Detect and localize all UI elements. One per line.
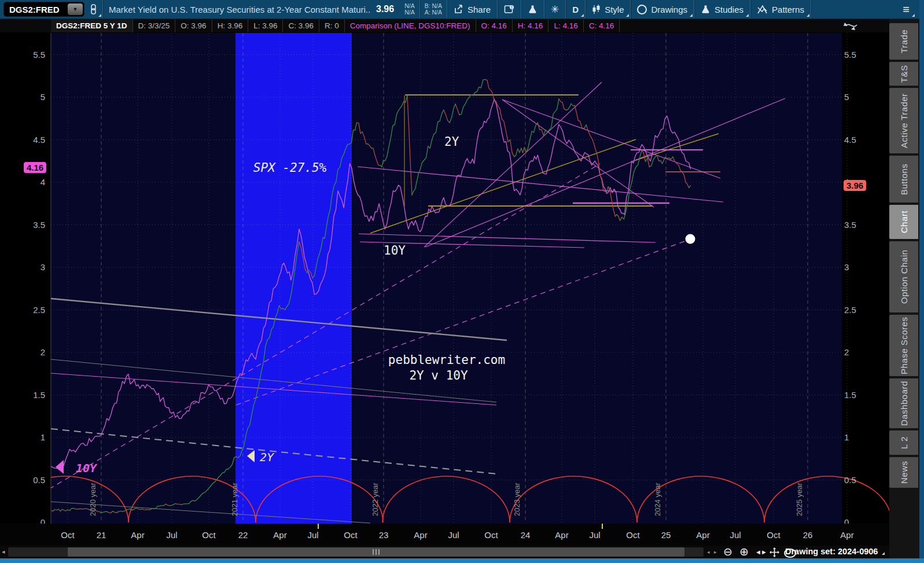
sidebar-tab-news[interactable]: News bbox=[889, 457, 918, 488]
style-button[interactable]: Style bbox=[586, 0, 630, 19]
year-label: 2022 year bbox=[371, 483, 380, 516]
y-axis-label: 1 bbox=[3, 432, 45, 442]
sidebar-tab-buttons[interactable]: Buttons bbox=[889, 156, 918, 203]
y-axis-label: 2.5 bbox=[844, 305, 856, 315]
dropdown-corner bbox=[882, 552, 885, 555]
chart-annotation: 10Y bbox=[76, 461, 98, 475]
thinkorswim-window: DGS2:FRED ▼ Market Yield on U.S. Treasur… bbox=[0, 0, 924, 563]
timeframe-button[interactable]: D bbox=[566, 0, 585, 19]
bid-ask-stack: B: N/AA: N/A bbox=[420, 3, 447, 16]
chart-scrollbar-handle[interactable] bbox=[68, 547, 684, 557]
y-axis-label: 5 bbox=[3, 92, 45, 102]
y-axis-label: 4.5 bbox=[3, 135, 45, 145]
ellipse-icon bbox=[637, 5, 647, 14]
x-axis-label: Oct bbox=[617, 530, 649, 540]
y-axis-label: 1.5 bbox=[844, 390, 856, 400]
ohlc-field: D: 3/3/25 bbox=[133, 19, 176, 32]
sidebar-tab-trade[interactable]: Trade bbox=[889, 23, 918, 60]
sidebar-tab-dashboard[interactable]: Dashboard bbox=[889, 378, 918, 428]
zoom-out-icon[interactable]: ⊖ bbox=[723, 546, 732, 558]
sidebar-tab-option-chain[interactable]: Option Chain bbox=[889, 241, 918, 312]
chart-annotation: 10Y bbox=[384, 244, 406, 257]
chart-annotation: SPX -27.5% bbox=[253, 161, 327, 175]
y-axis-label: 2.5 bbox=[3, 305, 45, 315]
sidebar-tab-t-s[interactable]: T&S bbox=[889, 62, 918, 86]
x-axis-label: Jul bbox=[156, 530, 188, 540]
dropdown-corner bbox=[98, 14, 101, 17]
x-axis-label: Apr bbox=[264, 530, 296, 540]
year-label: 2025 year bbox=[795, 483, 804, 516]
x-axis-label: 26 bbox=[792, 530, 824, 540]
time-axis[interactable]: Oct21AprJulOct22AprJulOct23AprJulOct24Ap… bbox=[0, 524, 889, 546]
chart-status-bar: ◂ ◂ ▸ ⊖ ⊕ ◄► Drawing set: 2024-0906 bbox=[0, 546, 924, 558]
y-axis-label: 3.5 bbox=[844, 220, 856, 230]
sidebar-tab-phase-scores[interactable]: Phase Scores bbox=[889, 315, 918, 376]
comparison-ohlc-field: C: 4.16 bbox=[584, 19, 620, 32]
chart-annotation: 2Y bbox=[260, 450, 275, 464]
instrument-title: Market Yield on U.S. Treasury Securities… bbox=[103, 5, 370, 14]
studies-button[interactable]: Studies bbox=[694, 0, 750, 19]
y-axis-label: 2 bbox=[844, 347, 849, 357]
x-axis-label: Apr bbox=[546, 530, 578, 540]
zoom-in-icon[interactable]: ⊕ bbox=[739, 546, 749, 558]
dropdown-corner bbox=[807, 14, 809, 17]
nudge-left-icon[interactable]: ◂ bbox=[707, 549, 710, 555]
x-axis-label: Jul bbox=[579, 530, 611, 540]
ohlc-field: H: 3.96 bbox=[212, 19, 249, 32]
comparison-ohlc-field: H: 4.16 bbox=[513, 19, 549, 32]
events-button[interactable]: ! bbox=[498, 0, 521, 19]
sidebar-tab-chart[interactable]: Chart bbox=[889, 205, 918, 239]
comparison-ohlc-field: O: 4.16 bbox=[476, 19, 513, 32]
scroll-left-icon[interactable]: ◂ bbox=[2, 548, 5, 555]
symbol-input[interactable]: DGS2:FRED ▼ bbox=[3, 2, 84, 17]
chart-menu-button[interactable]: ≡ bbox=[896, 0, 916, 19]
x-axis-label: 22 bbox=[227, 530, 259, 540]
chevron-down-icon: ▼ bbox=[73, 6, 78, 12]
comparison-price-badge: 4.16 bbox=[24, 162, 46, 173]
cursor-swap-icon[interactable] bbox=[842, 20, 860, 36]
window-border-bottom bbox=[0, 558, 924, 563]
symbol-value: DGS2:FRED bbox=[4, 5, 68, 14]
share-icon bbox=[454, 5, 463, 14]
symbol-dropdown-button[interactable]: ▼ bbox=[68, 3, 83, 15]
x-axis-label: Oct bbox=[51, 530, 84, 540]
chart-annotation: pebblewriter.com bbox=[388, 353, 505, 367]
x-axis-label: 23 bbox=[367, 530, 400, 540]
drawing-set-button[interactable]: Drawing set: 2024-0906 bbox=[785, 547, 878, 556]
x-axis-label: Jul bbox=[719, 530, 752, 540]
year-label: 2020 year bbox=[89, 483, 97, 516]
patterns-icon bbox=[757, 5, 768, 14]
y-axis-label: 3 bbox=[3, 262, 45, 272]
nudge-right-icon[interactable]: ▸ bbox=[714, 549, 717, 555]
year-label: 2021 year bbox=[230, 483, 239, 516]
pan-horizontal-icon[interactable]: ◄► bbox=[755, 546, 767, 558]
x-axis-label: Oct bbox=[334, 530, 367, 540]
chart-scrollbar-track[interactable] bbox=[8, 547, 704, 557]
ohlc-field: C: 3.96 bbox=[283, 19, 319, 32]
link-button[interactable] bbox=[84, 0, 102, 19]
toolbar-separator bbox=[811, 0, 811, 19]
drawings-button[interactable]: Drawings bbox=[631, 0, 694, 19]
chart-canvas[interactable]: SPX -27.5%2Y10Ypebblewriter.com2Y v 10Y1… bbox=[0, 0, 924, 563]
chart-symbol-info[interactable]: DGS2:FRED 5 Y 1D bbox=[51, 19, 133, 32]
y-axis-label: 4 bbox=[3, 177, 45, 187]
x-axis-label: Jul bbox=[437, 530, 470, 540]
y-axis-label: 3 bbox=[844, 262, 849, 272]
settings-button[interactable]: ✳ bbox=[544, 0, 565, 19]
window-border-right bbox=[919, 0, 924, 563]
link-icon bbox=[89, 4, 98, 14]
x-axis-label: Apr bbox=[831, 530, 863, 540]
dropdown-corner bbox=[581, 14, 584, 17]
gear-icon: ✳ bbox=[551, 3, 559, 16]
patterns-button[interactable]: Patterns bbox=[750, 0, 811, 19]
analysis-tools-button[interactable] bbox=[521, 0, 544, 19]
y-axis-label: 5 bbox=[844, 92, 849, 102]
gadget-sidebar: TradeT&SActive TraderButtonsChartOption … bbox=[889, 19, 919, 558]
sidebar-tab-active-trader[interactable]: Active Trader bbox=[889, 88, 918, 153]
y-axis-label: 0.5 bbox=[3, 475, 45, 485]
share-button[interactable]: Share bbox=[447, 0, 497, 19]
x-axis-label: Jul bbox=[297, 530, 329, 540]
svg-text:!: ! bbox=[511, 5, 513, 10]
dropdown-corner bbox=[912, 14, 915, 17]
sidebar-tab-l-2[interactable]: L 2 bbox=[889, 430, 918, 455]
